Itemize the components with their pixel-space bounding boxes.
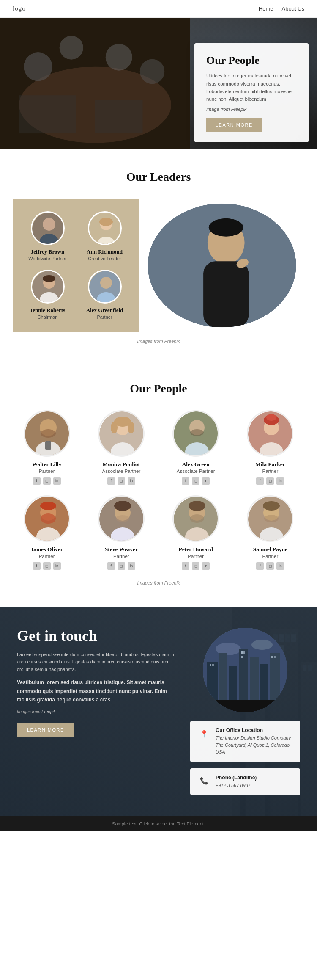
person-monica-name: Monica Pouliot	[87, 461, 155, 468]
contact-freepik: Images from Freepik	[17, 709, 178, 714]
social-facebook-3[interactable]: f	[256, 477, 264, 485]
nav-about[interactable]: About Us	[282, 6, 304, 12]
leaders-freepik-note: Images from Freepik	[13, 339, 304, 344]
svg-line-21	[156, 35, 173, 52]
svg-rect-119	[270, 653, 280, 712]
svg-point-75	[114, 501, 131, 511]
contact-learn-more-button[interactable]: LEARN MORE	[17, 723, 74, 737]
leaders-section: Our Leaders Jeffrey Brown Worldwide Part…	[0, 149, 317, 365]
hero-card: Our People Ultrices leo integer malesuad…	[194, 43, 309, 142]
person-james-role: Partner	[13, 554, 81, 559]
social-linkedin-2[interactable]: in	[202, 477, 210, 485]
svg-point-13	[3, 87, 22, 109]
hero-network-svg	[30, 18, 190, 149]
leader-jeffrey: Jeffrey Brown Worldwide Partner	[21, 211, 74, 261]
social-instagram-4[interactable]: ◻	[43, 562, 51, 570]
svg-point-19	[164, 63, 166, 66]
contact-freepik-link[interactable]: Freepik	[41, 709, 55, 714]
city-svg	[203, 628, 287, 712]
person-mila: Mila Parker Partner f ◻ in	[236, 410, 304, 485]
person-james-social: f ◻ in	[13, 562, 81, 570]
svg-point-56	[111, 422, 118, 433]
social-linkedin-4[interactable]: in	[53, 562, 61, 570]
svg-point-16	[155, 33, 158, 36]
person-james-avatar	[24, 495, 70, 542]
social-linkedin-6[interactable]: in	[202, 562, 210, 570]
social-linkedin-7[interactable]: in	[276, 562, 284, 570]
svg-point-57	[128, 422, 134, 433]
social-facebook-2[interactable]: f	[182, 477, 189, 485]
person-mila-avatar	[247, 410, 293, 457]
svg-rect-14	[3, 107, 22, 134]
person-walter-role: Partner	[13, 469, 81, 474]
social-instagram-7[interactable]: ◻	[266, 562, 274, 570]
svg-rect-12	[126, 81, 145, 109]
leaders-right-portrait	[139, 199, 304, 332]
svg-rect-120	[203, 700, 287, 712]
person-alexg-role: Associate Partner	[162, 469, 230, 474]
leader-ann-avatar	[88, 211, 122, 245]
social-instagram-6[interactable]: ◻	[192, 562, 199, 570]
social-linkedin-0[interactable]: in	[53, 477, 61, 485]
person-peter: Peter Howard Partner f ◻ in	[162, 495, 230, 570]
person-steve-role: Partner	[87, 554, 155, 559]
social-instagram-1[interactable]: ◻	[118, 477, 125, 485]
leaders-grid: Jeffrey Brown Worldwide Partner Ann Rich…	[13, 199, 304, 332]
person-steve: Steve Weaver Partner f ◻ in	[87, 495, 155, 570]
svg-rect-44	[203, 261, 249, 327]
leader-jennie-avatar	[31, 270, 65, 304]
social-facebook-7[interactable]: f	[256, 562, 264, 570]
office-label: Our Office Location	[216, 727, 292, 733]
svg-point-50	[41, 429, 56, 438]
people-freepik-note: Images from Freepik	[13, 580, 304, 585]
social-facebook-6[interactable]: f	[182, 562, 189, 570]
svg-point-81	[190, 514, 204, 523]
svg-rect-0	[0, 18, 152, 149]
leader-ann-name: Ann Richmond	[78, 248, 131, 255]
office-line1: The Interior Design Studio Company	[216, 734, 292, 742]
person-walter-img	[25, 411, 70, 457]
social-linkedin-5[interactable]: in	[128, 562, 135, 570]
social-instagram-3[interactable]: ◻	[266, 477, 274, 485]
person-monica: Monica Pouliot Associate Partner f ◻ in	[87, 410, 155, 485]
person-alexg-social: f ◻ in	[162, 477, 230, 485]
social-facebook-1[interactable]: f	[107, 477, 115, 485]
leader-jeffrey-avatar	[31, 211, 65, 245]
person-steve-social: f ◻ in	[87, 562, 155, 570]
leader-jeffrey-title: Worldwide Partner	[21, 256, 74, 261]
svg-point-20	[180, 75, 183, 79]
social-facebook-0[interactable]: f	[33, 477, 41, 485]
social-instagram-5[interactable]: ◻	[118, 562, 125, 570]
svg-rect-8	[55, 56, 72, 79]
hero-learn-more-button[interactable]: LEARN MORE	[206, 118, 262, 132]
person-samuel-avatar	[247, 495, 293, 542]
svg-point-112	[251, 640, 273, 650]
person-steve-avatar	[98, 495, 145, 542]
nav-home[interactable]: Home	[259, 6, 273, 12]
social-linkedin-1[interactable]: in	[128, 477, 135, 485]
person-monica-img	[99, 411, 145, 457]
svg-point-76	[116, 515, 129, 522]
social-facebook-4[interactable]: f	[33, 562, 41, 570]
leader-jennie-img	[32, 271, 65, 304]
person-alexg-img	[174, 411, 219, 457]
people-grid: Walter Lilly Partner f ◻ in Mo	[13, 410, 304, 570]
social-instagram-0[interactable]: ◻	[43, 477, 51, 485]
social-facebook-5[interactable]: f	[107, 562, 115, 570]
hero-description: Ultrices leo integer malesuada nunc vel …	[206, 72, 297, 103]
contact-left: Get in touch Laoreet suspendisse interdu…	[17, 628, 178, 737]
svg-point-15	[68, 131, 84, 141]
contact-description: Laoreet suspendisse interdum consectetur…	[17, 651, 178, 674]
person-mila-name: Mila Parker	[236, 461, 304, 468]
svg-point-86	[264, 515, 279, 522]
person-steve-img	[99, 497, 145, 542]
person-monica-avatar	[98, 410, 145, 457]
svg-rect-125	[241, 656, 243, 658]
social-linkedin-3[interactable]: in	[276, 477, 284, 485]
contact-content: Get in touch Laoreet suspendisse interdu…	[17, 628, 300, 795]
social-instagram-2[interactable]: ◻	[192, 477, 199, 485]
leader-alexgf-img	[89, 271, 122, 304]
leader-jeffrey-name: Jeffrey Brown	[21, 248, 74, 255]
person-samuel-social: f ◻ in	[236, 562, 304, 570]
footer: Sample text. Click to select the Text El…	[0, 816, 317, 831]
